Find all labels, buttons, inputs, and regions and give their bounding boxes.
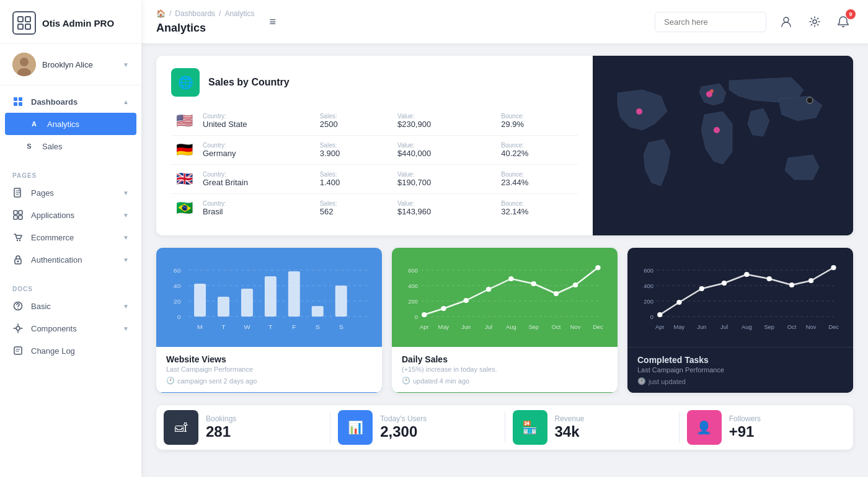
svg-point-92 — [744, 272, 749, 277]
svg-text:F: F — [292, 324, 296, 330]
table-row: 🇺🇸 Country: United State Sales: 2500 Val… — [171, 107, 578, 136]
authentication-label: Authentication — [31, 255, 82, 265]
header-actions: 9 — [776, 12, 853, 32]
sidebar-item-components[interactable]: Components ▼ — [0, 317, 141, 339]
svg-text:Aug: Aug — [742, 324, 752, 330]
svg-rect-44 — [288, 271, 300, 317]
stat-info: Revenue 34k — [555, 414, 585, 440]
charts-row: 60 40 20 0 M T — [156, 248, 853, 393]
svg-text:Oct: Oct — [552, 324, 561, 330]
sidebar-item-applications[interactable]: Applications ▼ — [0, 204, 141, 226]
svg-point-89 — [676, 300, 681, 305]
svg-text:May: May — [674, 324, 685, 330]
ecommerce-icon — [12, 232, 24, 243]
breadcrumb-sep1: / — [169, 9, 171, 18]
stat-divider — [330, 412, 330, 443]
svg-rect-45 — [312, 306, 324, 317]
breadcrumb-dashboards[interactable]: Dashboards — [175, 9, 215, 18]
settings-icon[interactable] — [805, 12, 825, 32]
pages-section-label: PAGES — [0, 167, 141, 182]
table-row: 🇬🇧 Country: Great Britain Sales: 1.400 V… — [171, 165, 578, 194]
breadcrumb-analytics[interactable]: Analytics — [224, 9, 254, 18]
svg-rect-42 — [241, 289, 253, 317]
sales-table-section: 🌐 Sales by Country 🇺🇸 Country: United St… — [156, 56, 593, 235]
sidebar-item-basic[interactable]: Basic ▼ — [0, 295, 141, 317]
daily-sales-title: Daily Sales — [402, 354, 608, 364]
stat-icon: 📊 — [338, 410, 373, 445]
hamburger-icon[interactable]: ≡ — [269, 15, 276, 28]
stat-info: Today's Users 2,300 — [380, 414, 427, 440]
svg-text:T: T — [268, 324, 273, 330]
user-icon[interactable] — [776, 12, 796, 32]
website-views-card: 60 40 20 0 M T — [156, 248, 382, 393]
stat-label: Revenue — [555, 414, 585, 423]
sidebar-item-dashboards[interactable]: Dashboards ▲ — [0, 90, 141, 113]
stat-item: 🏪 Revenue 34k — [510, 405, 674, 450]
sales-by-country-card: 🌐 Sales by Country 🇺🇸 Country: United St… — [156, 56, 853, 235]
svg-point-66 — [508, 276, 513, 281]
svg-text:20: 20 — [174, 299, 181, 305]
svg-text:400: 400 — [644, 283, 653, 289]
clock-icon: 🕐 — [166, 377, 175, 385]
svg-point-5 — [20, 58, 29, 66]
svg-point-69 — [573, 282, 578, 287]
svg-text:S: S — [339, 324, 344, 330]
dashboards-nav-section: Dashboards ▲ A Analytics S Sales — [0, 85, 141, 162]
svg-rect-8 — [19, 97, 22, 101]
sidebar-item-changelog[interactable]: Change Log — [0, 339, 141, 362]
svg-text:Oct: Oct — [787, 324, 797, 330]
svg-rect-12 — [14, 211, 17, 214]
svg-point-16 — [17, 240, 18, 241]
svg-text:T: T — [221, 324, 226, 330]
svg-text:Jul: Jul — [485, 324, 492, 330]
svg-text:200: 200 — [644, 299, 653, 305]
dashboards-label: Dashboards — [31, 97, 78, 107]
sidebar-item-ecommerce[interactable]: Ecommerce ▼ — [0, 226, 141, 248]
svg-rect-7 — [14, 97, 17, 101]
svg-text:W: W — [244, 324, 250, 330]
basic-label: Basic — [31, 302, 51, 311]
search-input[interactable] — [655, 12, 766, 32]
website-views-timestamp: 🕐 campaign sent 2 days ago — [166, 377, 372, 385]
svg-point-68 — [554, 291, 559, 296]
breadcrumb-sep2: / — [219, 9, 221, 18]
sidebar-item-sales[interactable]: S Sales — [0, 135, 141, 157]
breadcrumb-top: 🏠 / Dashboards / Analytics — [156, 9, 254, 18]
svg-text:60: 60 — [174, 268, 181, 274]
website-views-info: Website Views Last Campaign Performance … — [156, 347, 382, 392]
svg-point-30 — [710, 89, 714, 93]
svg-text:Jul: Jul — [720, 324, 728, 330]
svg-point-90 — [699, 286, 704, 291]
svg-text:Jun: Jun — [697, 324, 706, 330]
stat-info: Bookings 281 — [206, 414, 236, 440]
stat-label: Today's Users — [380, 414, 427, 423]
stat-value: 34k — [555, 423, 585, 440]
svg-rect-10 — [19, 102, 22, 106]
stat-value: 281 — [206, 423, 236, 440]
svg-text:Nov: Nov — [806, 324, 817, 330]
user-profile[interactable]: Brooklyn Alice ▼ — [0, 44, 141, 85]
svg-point-17 — [19, 240, 20, 241]
daily-sales-subtitle: (+15%) increase in today sales. — [402, 365, 608, 373]
pages-nav-section: PAGES Pages ▼ Applications — [0, 162, 141, 276]
sidebar-item-analytics[interactable]: A Analytics — [5, 113, 136, 135]
components-chevron-icon: ▼ — [123, 325, 129, 332]
completed-tasks-chart: 600 400 200 0 — [627, 248, 853, 347]
components-icon — [12, 323, 24, 334]
svg-point-96 — [831, 265, 836, 270]
changelog-label: Change Log — [31, 346, 75, 356]
svg-text:Dec: Dec — [828, 324, 839, 330]
world-map — [593, 56, 853, 235]
stat-value: 2,300 — [380, 423, 427, 440]
svg-rect-13 — [19, 211, 22, 214]
logo-icon — [12, 11, 36, 35]
table-row: 🇧🇷 Country: Brasil Sales: 562 Value: $14… — [171, 194, 578, 223]
website-views-title: Website Views — [166, 354, 372, 364]
svg-text:Sep: Sep — [764, 324, 774, 330]
svg-rect-0 — [18, 17, 23, 22]
pages-icon — [12, 187, 24, 198]
notification-bell-icon[interactable]: 9 — [833, 12, 853, 32]
sidebar-item-pages[interactable]: Pages ▼ — [0, 182, 141, 204]
sidebar-item-authentication[interactable]: Authentication ▼ — [0, 248, 141, 271]
svg-point-94 — [789, 282, 794, 287]
